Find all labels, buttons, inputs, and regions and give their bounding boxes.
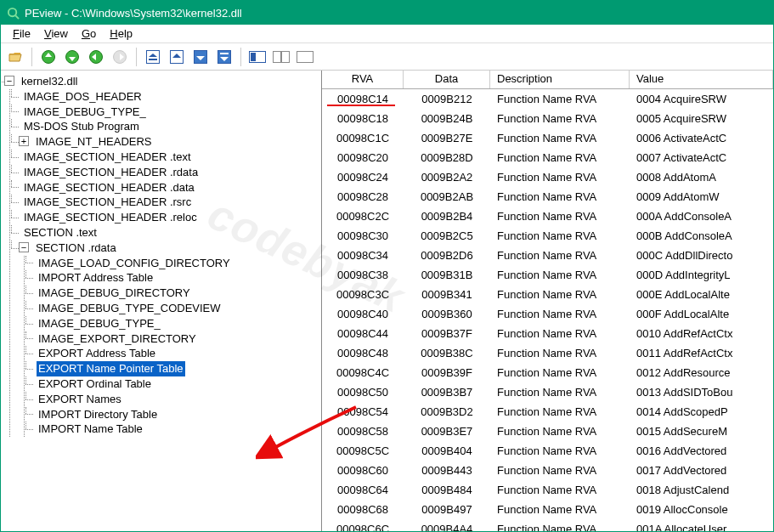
open-button[interactable]	[4, 46, 26, 68]
tree-leaf-label[interactable]: IMAGE_DOS_HEADER	[22, 89, 144, 105]
nav-down-button[interactable]	[61, 46, 83, 68]
first-button[interactable]	[142, 46, 164, 68]
tree-leaf[interactable]: IMPORT Directory Table	[33, 407, 321, 422]
table-pane[interactable]: RVA Data Description Value 00098C140009B…	[322, 71, 773, 531]
cell-data: 0009B3B7	[404, 386, 490, 399]
tree-leaf-label[interactable]: EXPORT Address Table	[37, 346, 157, 361]
tree-leaf-label[interactable]: IMAGE_DEBUG_TYPE_	[37, 316, 162, 331]
table-row[interactable]: 00098C400009B360Function Name RVA000F Ad…	[322, 304, 773, 324]
column-description[interactable]: Description	[490, 71, 630, 88]
next-button[interactable]	[189, 46, 212, 68]
tree-leaf[interactable]: IMAGE_SECTION_HEADER .reloc	[19, 210, 321, 225]
tree-leaf-label[interactable]: IMAGE_DEBUG_TYPE_	[22, 105, 148, 120]
tree-leaf-label[interactable]: IMAGE_SECTION_HEADER .text	[22, 150, 193, 165]
tree-leaf-label[interactable]: EXPORT Names	[37, 392, 123, 407]
tree-leaf[interactable]: EXPORT Address Table	[33, 346, 321, 361]
tree-leaf-label[interactable]: IMAGE_LOAD_CONFIG_DIRECTORY	[37, 256, 232, 271]
tree-leaf[interactable]: IMAGE_SECTION_HEADER .rsrc	[19, 195, 321, 210]
column-rva[interactable]: RVA	[322, 71, 404, 88]
nav-forward-button[interactable]	[109, 46, 131, 68]
tree-toggle-icon[interactable]: +	[19, 136, 29, 146]
tree-leaf-label[interactable]: EXPORT Name Pointer Table	[37, 361, 185, 376]
table-row[interactable]: 00098C600009B443Function Name RVA0017 Ad…	[322, 461, 773, 480]
tree-leaf-label[interactable]: IMPORT Directory Table	[37, 407, 159, 422]
tree-node-label[interactable]: IMAGE_NT_HEADERS	[34, 134, 154, 150]
tree-toggle-icon[interactable]: −	[19, 242, 29, 252]
tree-leaf[interactable]: EXPORT Name Pointer Table	[33, 361, 321, 376]
tree-leaf[interactable]: IMAGE_DEBUG_TYPE_	[33, 316, 321, 331]
tree-leaf[interactable]: IMAGE_DEBUG_DIRECTORY	[33, 286, 321, 301]
table-row[interactable]: 00098C3C0009B341Function Name RVA000E Ad…	[322, 285, 773, 304]
table-row[interactable]: 00098C640009B484Function Name RVA0018 Ad…	[322, 480, 773, 500]
table-row[interactable]: 00098C340009B2D6Function Name RVA000C Ad…	[322, 246, 773, 265]
table-row[interactable]: 00098C480009B38CFunction Name RVA0011 Ad…	[322, 343, 773, 363]
menu-file[interactable]: File	[6, 25, 37, 42]
tree-root-node[interactable]: −kernel32.dll	[4, 74, 321, 89]
menu-help[interactable]: Help	[103, 25, 139, 42]
tree-leaf[interactable]: IMAGE_DOS_HEADER	[19, 89, 321, 105]
tree-leaf-label[interactable]: IMAGE_SECTION_HEADER .rdata	[22, 165, 200, 180]
table-row[interactable]: 00098C5C0009B404Function Name RVA0016 Ad…	[322, 441, 773, 461]
cell-data: 0009B31B	[404, 269, 490, 281]
tree-leaf[interactable]: IMAGE_DEBUG_TYPE_CODEVIEW	[33, 301, 321, 316]
view-mode-hex-button[interactable]	[246, 46, 268, 68]
table-row[interactable]: 00098C1C0009B27EFunction Name RVA0006 Ac…	[322, 128, 773, 148]
cell-value: 0019 AllocConsole	[630, 503, 773, 516]
tree-leaf-label[interactable]: IMAGE_DEBUG_TYPE_CODEVIEW	[37, 301, 223, 316]
tree-leaf-label[interactable]: IMPORT Name Table	[37, 422, 144, 437]
table-row[interactable]: 00098C240009B2A2Function Name RVA0008 Ad…	[322, 167, 773, 187]
table-row[interactable]: 00098C380009B31BFunction Name RVA000D Ad…	[322, 265, 773, 285]
table-row[interactable]: 00098C280009B2ABFunction Name RVA0009 Ad…	[322, 187, 773, 207]
column-data[interactable]: Data	[404, 71, 490, 88]
tree-toggle-icon[interactable]: −	[4, 76, 14, 86]
nav-up-button[interactable]	[37, 46, 59, 68]
nav-back-button[interactable]	[85, 46, 107, 68]
tree-leaf-label[interactable]: IMAGE_EXPORT_DIRECTORY	[37, 331, 198, 347]
tree-leaf[interactable]: EXPORT Names	[33, 392, 321, 407]
tree-leaf[interactable]: IMAGE_SECTION_HEADER .rdata	[19, 165, 321, 180]
tree-leaf-label[interactable]: IMAGE_SECTION_HEADER .reloc	[22, 210, 199, 225]
tree-leaf-label[interactable]: IMPORT Address Table	[37, 270, 155, 286]
tree-leaf[interactable]: IMPORT Name Table	[33, 422, 321, 437]
tree-node[interactable]: +IMAGE_NT_HEADERS	[19, 134, 321, 150]
column-value[interactable]: Value	[630, 71, 773, 88]
tree-node[interactable]: −SECTION .rdata	[19, 241, 321, 256]
table-row[interactable]: 00098C580009B3E7Function Name RVA0015 Ad…	[322, 422, 773, 441]
table-row[interactable]: 00098C440009B37FFunction Name RVA0010 Ad…	[322, 324, 773, 343]
tree-leaf-label[interactable]: EXPORT Ordinal Table	[37, 376, 153, 392]
tree-leaf[interactable]: MS-DOS Stub Program	[19, 119, 321, 134]
tree-node-label[interactable]: SECTION .rdata	[34, 241, 118, 256]
table-row[interactable]: 00098C2C0009B2B4Function Name RVA000A Ad…	[322, 207, 773, 226]
tree-pane[interactable]: −kernel32.dllIMAGE_DOS_HEADERIMAGE_DEBUG…	[1, 71, 322, 531]
tree-leaf[interactable]: IMAGE_LOAD_CONFIG_DIRECTORY	[33, 256, 321, 271]
tree-leaf[interactable]: EXPORT Ordinal Table	[33, 376, 321, 392]
cell-rva: 00098C1C	[322, 132, 404, 144]
tree-leaf[interactable]: IMPORT Address Table	[33, 270, 321, 286]
table-row[interactable]: 00098C300009B2C5Function Name RVA000B Ad…	[322, 226, 773, 246]
tree-leaf-label[interactable]: IMAGE_SECTION_HEADER .rsrc	[22, 195, 193, 210]
tree-leaf[interactable]: SECTION .text	[19, 225, 321, 241]
tree-leaf-label[interactable]: MS-DOS Stub Program	[22, 119, 141, 134]
prev-button[interactable]	[166, 46, 188, 68]
table-row[interactable]: 00098C6C0009B4A4Function Name RVA001A Al…	[322, 519, 773, 531]
view-mode-split-button[interactable]	[270, 46, 292, 68]
tree-leaf[interactable]: IMAGE_SECTION_HEADER .text	[19, 150, 321, 165]
table-row[interactable]: 00098C680009B497Function Name RVA0019 Al…	[322, 500, 773, 519]
menu-view[interactable]: View	[37, 25, 75, 42]
view-mode-text-button[interactable]	[294, 46, 316, 68]
table-row[interactable]: 00098C500009B3B7Function Name RVA0013 Ad…	[322, 382, 773, 402]
tree-leaf-label[interactable]: SECTION .text	[22, 225, 99, 241]
table-row[interactable]: 00098C200009B28DFunction Name RVA0007 Ac…	[322, 148, 773, 167]
last-button[interactable]	[213, 46, 235, 68]
tree-leaf[interactable]: IMAGE_EXPORT_DIRECTORY	[33, 331, 321, 347]
titlebar[interactable]: PEview - C:\Windows\System32\kernel32.dl…	[1, 1, 773, 25]
tree-leaf-label[interactable]: IMAGE_DEBUG_DIRECTORY	[37, 286, 192, 301]
tree-node-label[interactable]: kernel32.dll	[20, 74, 80, 89]
tree-leaf[interactable]: IMAGE_DEBUG_TYPE_	[19, 105, 321, 120]
tree-leaf-label[interactable]: IMAGE_SECTION_HEADER .data	[22, 180, 196, 195]
tree-leaf[interactable]: IMAGE_SECTION_HEADER .data	[19, 180, 321, 195]
table-row[interactable]: 00098C180009B24BFunction Name RVA0005 Ac…	[322, 109, 773, 128]
menu-go[interactable]: Go	[75, 25, 103, 42]
table-row[interactable]: 00098C4C0009B39FFunction Name RVA0012 Ad…	[322, 363, 773, 382]
table-row[interactable]: 00098C540009B3D2Function Name RVA0014 Ad…	[322, 402, 773, 422]
